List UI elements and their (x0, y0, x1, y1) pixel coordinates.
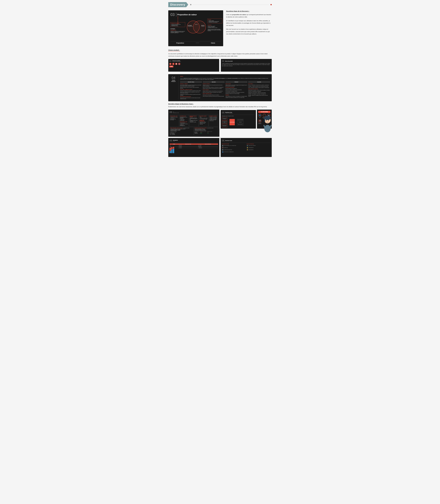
rev-marge-block: Évolution de la marge: -375 % +30 % +52 … (200, 131, 206, 134)
bmc-header: 05 — BUSINESS CASE (169, 111, 218, 114)
vs-p-9: Faisabilité : (225, 94, 247, 95)
financial-subtitle: CASE (173, 141, 178, 142)
quality-content: Structure des Coûts 💻 DÉVELOPPEMENT IA E… (222, 144, 271, 153)
vs-gc-4: Clients ciblés - Créateurs de contenu: (180, 89, 202, 90)
vs-col-groupe-title: GROUPE CIBLE (180, 81, 202, 83)
business-section: Dernière étape le Business Case : Évidem… (168, 103, 272, 157)
bmc-couts-title: STRUCTURE DES COÛTS 425 150 € La premièr… (170, 128, 193, 128)
circle-right (193, 21, 206, 33)
mini-slide-2-header: 04 Vision du produit (222, 60, 271, 62)
bmc-cout-3: • Autres (Prestataires..): 10.000 € (170, 130, 193, 131)
channels-header: 05 Business Case Canaux de distribution (222, 111, 255, 115)
page-wrapper: Discovery 03 Proposition de valeur Produ… (165, 0, 275, 164)
channels-title: Business Case (225, 112, 233, 113)
header-title-box: Discovery (168, 2, 188, 7)
soulagement-3: Améliorer la qualité audio (170, 32, 185, 33)
vs-v-1: Gains métiers : (248, 83, 270, 84)
vs-gc-7: Organisations et entreprises qui utilise… (180, 94, 202, 96)
quality-cost-3: ⚙️ OPÉRATIONS MARKETING (222, 149, 246, 151)
bmc-prop-3: Application mobile. (190, 122, 198, 122)
dots-separator: • • • • • (196, 42, 199, 44)
vision-slide-full: 04 VISION PRODUIT Vision: Créer une plat… (168, 74, 272, 101)
arrow-right-2: → (235, 122, 236, 123)
channels-slide: 05 Business Case Canaux de distribution … (221, 110, 256, 129)
vs-v-7: Interaction et la fidélisation des utili… (248, 91, 270, 92)
bmc-act-3: Gestion de la communauté. (180, 119, 188, 121)
propositions-footer-label: Propositions (176, 42, 184, 44)
besoin-1: Interface intuitive (208, 20, 221, 21)
ch-web: SITE WEB (237, 121, 243, 123)
character-svg (261, 110, 274, 133)
bmc-bottom-row: STRUCTURE DES COÛTS 425 150 € La premièr… (169, 127, 218, 135)
revenus-subtitle: La première année (207, 128, 213, 128)
vs-v-4: Temps : Automatise et améliore le temps … (248, 87, 270, 88)
business-text: Évidemment, les coût et les ressources, … (168, 106, 272, 108)
bottom-slides-grid: 05 — BUSINESS CASE PARTENAIRES CLÉS Créa… (168, 110, 272, 137)
vision-title: Vision produit : (168, 49, 180, 52)
vs-gc-9: Communauté en ligne cherchant à se conne… (180, 97, 202, 99)
bmc-relation: RELATION CLIENTS FAQ. Points de contact … (199, 115, 208, 127)
vs-v-2: Revenus : Monétisation via abonnements, … (248, 85, 270, 86)
business-title: Dernière étape le Business Case : (168, 103, 272, 105)
vision-section: Vision produit : Ce document synthétise … (168, 49, 272, 72)
attente-1: Difficulté à trouver du contenu spécifiq… (207, 29, 222, 30)
mini-slide-1-titles: Vision du produit Principales fonctionna… (172, 60, 181, 62)
attente-2: Manque de fonctionnalités communautaires… (207, 30, 222, 31)
bmc-label: BUSINESS CASE (173, 112, 179, 113)
quality-rev-3: 🤝 PARTENARIATS (247, 149, 271, 151)
slide-divider (176, 13, 176, 16)
bar-group-n1: N+1 (171, 147, 173, 154)
bmc-couts-cell: STRUCTURE DES COÛTS 425 150 € La premièr… (169, 127, 194, 135)
channels-title-block: Business Case Canaux de distribution (225, 112, 233, 114)
bar-label-n1: N+1 (171, 153, 172, 154)
ch-social: RÉSEAU SOCIAUX (237, 123, 243, 125)
financial-slide: 05 BUSINESS CASE ANNÉE Structure des Coû… (168, 138, 219, 157)
bmc-prop-2: Outils de création pour l'interaction. (190, 120, 198, 121)
cost-label-3: OPÉRATIONS MARKETING (224, 149, 232, 150)
bar-cost-n (169, 148, 171, 151)
quality-cost-1: 💻 DÉVELOPPEMENT IA ET TECHNOLOGIE (222, 145, 246, 146)
row-1-annee: N (170, 145, 179, 146)
platform-icon-web: 🌐 http:// (258, 114, 261, 119)
quality-header: 05 Business Case (222, 139, 271, 143)
circle-center-text: Besoins (194, 24, 199, 25)
vs-b-10: Marché Éducatif et professionnel intéres… (203, 96, 225, 97)
vision-slide-full-inner: 04 VISION PRODUIT Vision: Créer une plat… (170, 76, 270, 100)
fournisseurs-box: FOURNISSEURS DE TECHNOLOGIE (222, 120, 227, 124)
vs-b-1: Problème à résoudre : (203, 83, 225, 84)
bmc-prop-1: Expérience d'écoute communautaire grâce … (190, 118, 198, 120)
vs-b-3: Besoin de fonctionnalités sociales pour … (203, 87, 225, 88)
rev-item-2: ABONNEMENTS (249, 147, 254, 148)
mini-slide-1-title: Vision du produit (172, 60, 181, 61)
row-1-rev: 270 750 € (198, 145, 218, 146)
vs-b-5: Pour les créateurs : (203, 89, 225, 90)
advantages-section: Avantages Soulagements Réduire la comple… (170, 28, 185, 33)
vs-vision-header: Vision: (180, 76, 270, 77)
quality-structure-label: Structure des Coûts (222, 144, 246, 144)
mini-icons: 🔍 🎙 📊 👥 (169, 63, 218, 65)
bmc-segments: SEGMENTS CLIENTS Auditeurs de podcasts. … (209, 115, 218, 127)
rev-roi-block: Évolution du ROI: -3.6 +1.2 +2.6 (207, 131, 212, 134)
header-bar: Discovery (168, 2, 272, 7)
table-row: N 425 150 € 270 750 € (170, 145, 218, 146)
bmc-grid: PARTENAIRES CLÉS Créateurs de contenu. A… (169, 115, 218, 127)
rev-item-1: PUBLICITÉS VENDUES (249, 145, 256, 146)
rev-icon-2: ⭐ (247, 147, 248, 148)
cost-icon-4: 👥 (222, 151, 224, 153)
slide-number: 03 (170, 13, 175, 17)
vs-v-9: Faisabilité : technologique, économique … (248, 93, 270, 94)
attentes-section: Difficulté à trouver du contenu spécifiq… (207, 29, 222, 31)
financial-title: BUSINESS (173, 140, 178, 141)
character-illustration (261, 110, 274, 131)
rev-2: • Abonnements premium: 214.400 € (194, 129, 218, 130)
quality-num: 05 (222, 139, 224, 142)
cost-icon-1: 💻 (222, 145, 224, 146)
platform-center-box: PLATEFORME (230, 119, 235, 125)
vs-b-2: Difficulté à trouver et à suivre des pod… (203, 85, 225, 87)
bmc-res-3: Équipe de développement. (180, 124, 188, 126)
th-structure: Structure des Coûts (178, 144, 198, 145)
vs-right-content: Vision: Créer une plateforme de podcast … (180, 76, 270, 100)
vs-p-6: Fonctionnalités de marquage interactif. (225, 91, 247, 92)
irritations-section: Irritations Prise en main simplifiée Con… (207, 25, 222, 31)
bmc-rel-2: Points de contact client. (199, 118, 208, 119)
